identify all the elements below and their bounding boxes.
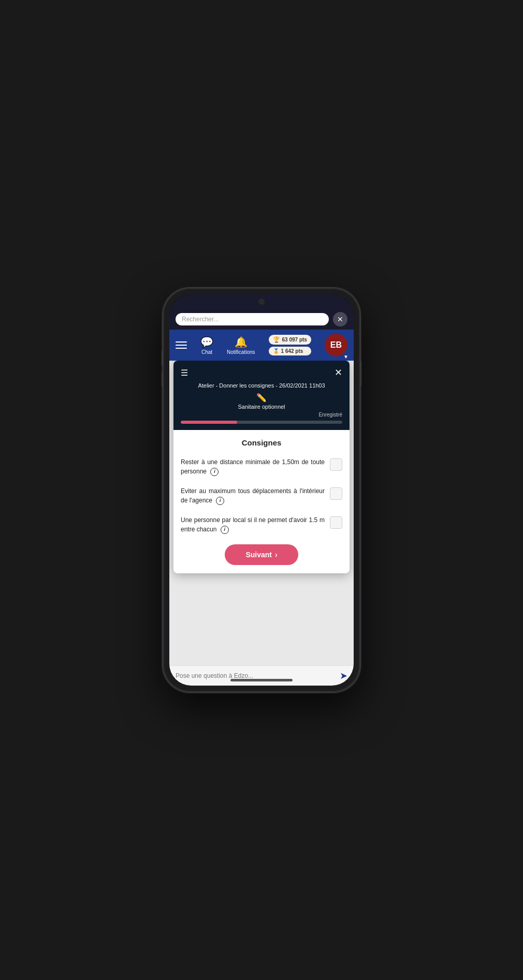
consigne-checkbox-2[interactable] [330,487,342,500]
modal-subtitle: Sanitaire optionnel [238,404,285,410]
info-icon-2[interactable]: i [216,497,224,505]
points-badge-2: 🏅 1 642 pts [269,347,311,355]
chat-icon: 💬 [200,336,213,348]
consigne-text-2: Eviter au maximum tous déplacements à l'… [181,486,325,505]
chat-input[interactable] [176,672,336,679]
close-icon: ✕ [337,315,343,323]
trophy-icon: 🏆 [273,336,280,343]
search-bar: Rechercher... ✕ [169,309,354,330]
nav-bar: 💬 Chat 🔔 Notifications 🏆 63 097 pts 🏅 1 … [169,330,354,361]
avatar-initials: EB [330,340,342,350]
modal-status-row: Enregistré [181,412,342,418]
nav-points: 🏆 63 097 pts 🏅 1 642 pts [269,335,311,355]
chevron-down-icon: ▼ [343,354,348,360]
modal-body-title: Consignes [181,438,342,447]
points-badge-1: 🏆 63 097 pts [269,335,311,345]
chat-input-bar: ➤ [169,665,354,686]
camera-notch [258,299,265,305]
consigne-item-3: Une personne par local si il ne permet d… [181,515,342,534]
suivant-arrow-icon: › [275,551,278,559]
nav-notifications-button[interactable]: 🔔 Notifications [227,336,255,355]
hamburger-line-1 [176,341,187,343]
consigne-text-3-content: Une personne par local si il ne permet d… [181,516,325,533]
suivant-label: Suivant [245,551,272,559]
suivant-button[interactable]: Suivant › [225,544,298,565]
consigne-text-2-content: Eviter au maximum tous déplacements à l'… [181,487,325,504]
search-close-button[interactable]: ✕ [333,312,347,326]
consigne-text-1-content: Rester à une distance minimale de 1,50m … [181,458,325,475]
nav-chat-label: Chat [201,349,212,355]
consigne-item-1: Rester à une distance minimale de 1,50m … [181,457,342,476]
modal-header-top: ☰ ✕ [181,367,342,378]
info-icon-3[interactable]: i [221,526,229,534]
bell-icon: 🔔 [235,336,248,348]
consigne-item-2: Eviter au maximum tous déplacements à l'… [181,486,342,505]
modal-body: Consignes Rester à une distance minimale… [173,430,350,573]
consigne-checkbox-3[interactable] [330,516,342,529]
hamburger-line-3 [176,348,187,349]
modal-header: ☰ ✕ Atelier - Donner les consignes - 26/… [173,361,350,430]
modal-edit-row: ✏️ Sanitaire optionnel [181,393,342,410]
consigne-text-1: Rester à une distance minimale de 1,50m … [181,457,325,476]
consigne-text-3: Une personne par local si il ne permet d… [181,515,325,534]
progress-bar [181,421,342,424]
nav-notifications-label: Notifications [227,349,255,355]
send-button[interactable]: ➤ [340,670,347,681]
user-avatar[interactable]: EB ▼ [325,334,347,357]
points-1-value: 63 097 pts [282,337,307,343]
edit-icon: ✏️ [256,393,267,403]
medal-icon: 🏅 [273,348,279,354]
points-2-value: 1 642 pts [281,348,303,354]
send-icon: ➤ [340,671,347,681]
consigne-checkbox-1[interactable] [330,458,342,471]
hamburger-line-2 [176,345,187,346]
modal-card: ☰ ✕ Atelier - Donner les consignes - 26/… [173,361,350,573]
search-placeholder: Rechercher... [182,316,219,323]
info-icon-1[interactable]: i [210,468,219,476]
modal-close-button[interactable]: ✕ [335,367,342,378]
hamburger-menu-button[interactable] [176,341,187,349]
modal-title: Atelier - Donner les consignes - 26/02/2… [181,382,342,389]
nav-chat-button[interactable]: 💬 Chat [200,336,213,355]
main-content: ☰ ✕ Atelier - Donner les consignes - 26/… [169,361,354,665]
search-input[interactable]: Rechercher... [176,313,329,325]
modal-status-text: Enregistré [318,412,342,418]
home-indicator[interactable] [230,679,293,681]
progress-bar-fill [181,421,237,424]
status-bar [169,294,354,309]
list-icon: ☰ [181,368,188,378]
